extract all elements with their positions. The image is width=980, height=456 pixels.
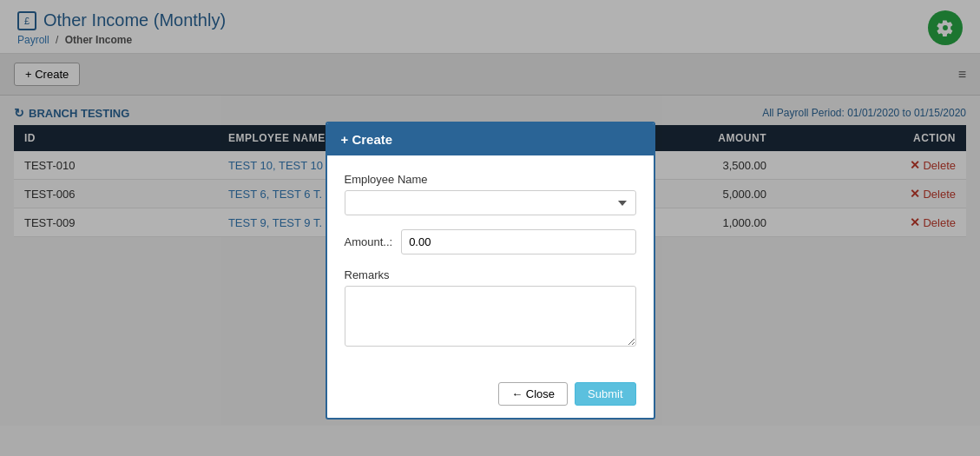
employee-name-select[interactable] bbox=[345, 190, 636, 215]
remarks-textarea[interactable] bbox=[345, 286, 636, 347]
amount-input[interactable] bbox=[401, 229, 635, 254]
employee-name-group: Employee Name bbox=[345, 173, 636, 215]
modal-header: + Create bbox=[327, 123, 654, 155]
create-modal: + Create Employee Name Amount..: Remarks bbox=[326, 122, 655, 420]
close-modal-button[interactable]: ← Close bbox=[498, 382, 568, 406]
employee-name-label: Employee Name bbox=[345, 173, 636, 186]
amount-row: Amount..: bbox=[345, 229, 636, 254]
remarks-label: Remarks bbox=[345, 268, 636, 281]
modal-overlay: + Create Employee Name Amount..: Remarks bbox=[0, 0, 980, 426]
amount-group: Amount..: bbox=[345, 229, 636, 254]
remarks-group: Remarks bbox=[345, 268, 636, 349]
amount-label: Amount..: bbox=[345, 235, 393, 248]
modal-footer: ← Close Submit bbox=[327, 373, 654, 418]
modal-title: + Create bbox=[341, 132, 393, 147]
modal-body: Employee Name Amount..: Remarks bbox=[327, 155, 654, 373]
submit-button[interactable]: Submit bbox=[575, 382, 635, 406]
